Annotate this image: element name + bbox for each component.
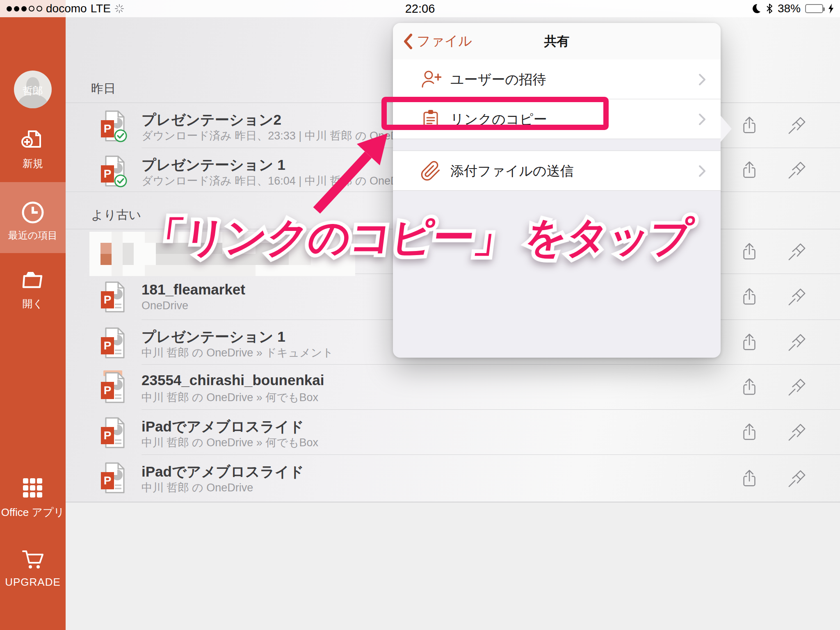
- folder-icon: [0, 267, 66, 293]
- file-subtitle: 中川 哲郎 の OneDrive » ドキュメント: [142, 345, 333, 360]
- share-icon[interactable]: [740, 161, 759, 180]
- chevron-right-icon: [698, 113, 706, 126]
- sidebar-item-label: Office アプリ: [0, 505, 66, 520]
- powerpoint-file-icon: P: [100, 326, 127, 360]
- do-not-disturb-moon-icon: [751, 3, 761, 14]
- list-bottom-area: [66, 502, 840, 630]
- popover-header: ファイル 共有: [393, 23, 721, 60]
- svg-text:P: P: [104, 122, 112, 135]
- menu-item-label: リンクのコピー: [450, 110, 547, 128]
- new-file-icon: [0, 126, 66, 153]
- paperclip-icon: [420, 160, 441, 182]
- person-add-icon: [420, 69, 441, 90]
- file-subtitle: OneDrive: [142, 299, 188, 312]
- file-row[interactable]: P iPadでアメブロスライド 中川 哲郎 の OneDrive » 何でもBo…: [66, 410, 840, 455]
- powerpoint-ipad-screen: 哲郎 新規 最近の項目: [0, 0, 840, 630]
- section-header-label: 昨日: [91, 80, 116, 97]
- sidebar-item-label: UPGRADE: [0, 576, 66, 589]
- menu-item-label: 添付ファイルの送信: [450, 162, 574, 180]
- powerpoint-file-icon: P: [100, 280, 127, 314]
- share-icon[interactable]: [740, 333, 759, 352]
- pin-icon[interactable]: [788, 242, 806, 261]
- file-subtitle: ダウンロード済み 昨日、23:33 | 中川 哲郎 の OneDrive: [142, 128, 416, 143]
- file-title: 23554_chirashi_bounenkai: [142, 372, 324, 388]
- sidebar-item-new[interactable]: 新規: [0, 126, 66, 170]
- pin-icon[interactable]: [788, 288, 806, 306]
- pin-icon[interactable]: [788, 333, 806, 352]
- pin-icon[interactable]: [788, 161, 806, 180]
- powerpoint-file-icon: P: [100, 461, 127, 495]
- file-subtitle: 中川 哲郎 の OneDrive » 何でもBox: [142, 435, 318, 450]
- bluetooth-icon: [766, 3, 773, 14]
- popover-title: 共有: [393, 23, 721, 59]
- share-icon[interactable]: [740, 469, 759, 488]
- status-bar: docomo LTE 22:06 38%: [0, 0, 840, 17]
- menu-item-invite-users[interactable]: ユーザーの招待: [393, 59, 721, 99]
- sidebar-item-label: 哲郎: [0, 84, 66, 98]
- sidebar-item-label: 開く: [0, 297, 66, 310]
- sidebar-item-open[interactable]: 開く: [0, 267, 66, 310]
- sidebar: 哲郎 新規 最近の項目: [0, 0, 66, 630]
- menu-item-copy-link[interactable]: リンクのコピー: [393, 99, 721, 139]
- file-title: iPadでアメブロスライド: [142, 417, 304, 436]
- share-icon[interactable]: [740, 288, 759, 306]
- file-row[interactable]: P 23554_chirashi_bounenkai 中川 哲郎 の OneDr…: [66, 365, 840, 410]
- svg-text:P: P: [104, 339, 112, 352]
- popover-callout-arrow: [720, 115, 732, 142]
- battery-percent-label: 38%: [778, 2, 801, 15]
- sidebar-item-recent[interactable]: 最近の項目: [0, 199, 66, 242]
- battery-icon: [805, 4, 823, 13]
- sidebar-item-account[interactable]: 哲郎: [0, 35, 66, 101]
- file-row[interactable]: P iPadでアメブロスライド 中川 哲郎 の OneDrive: [66, 455, 840, 502]
- charging-bolt-icon: [828, 4, 834, 14]
- file-title: 181_fleamarket: [142, 281, 245, 298]
- file-title: プレゼンテーション2: [142, 110, 281, 130]
- powerpoint-file-icon: P: [100, 415, 127, 450]
- svg-text:P: P: [104, 293, 112, 306]
- censored-mosaic: [89, 232, 355, 276]
- file-subtitle: 中川 哲郎 の OneDrive » 何でもBox: [142, 390, 318, 405]
- file-title: プレゼンテーション 1: [142, 155, 285, 175]
- pin-icon[interactable]: [788, 116, 806, 135]
- section-header-label: より古い: [91, 207, 141, 224]
- sidebar-item-label: 新規: [0, 157, 66, 170]
- powerpoint-file-icon: P: [100, 370, 127, 405]
- sidebar-item-label: 最近の項目: [0, 229, 66, 242]
- share-popover: ファイル 共有 ユーザーの招待: [393, 23, 721, 358]
- chevron-right-icon: [698, 73, 706, 86]
- menu-item-send-attachment[interactable]: 添付ファイルの送信: [393, 151, 721, 191]
- powerpoint-file-icon: P: [100, 109, 127, 143]
- svg-text:P: P: [104, 429, 112, 442]
- svg-text:P: P: [104, 474, 112, 487]
- file-title: iPadでアメブロスライド: [142, 462, 304, 482]
- powerpoint-file-icon: P: [100, 154, 127, 188]
- chevron-right-icon: [698, 165, 706, 177]
- pin-icon[interactable]: [788, 378, 806, 397]
- share-icon[interactable]: [740, 242, 759, 261]
- cart-icon: [0, 546, 66, 573]
- file-title: プレゼンテーション 1: [142, 327, 285, 347]
- share-icon[interactable]: [740, 378, 759, 397]
- file-subtitle: 中川 哲郎 の OneDrive: [142, 480, 253, 495]
- clock-icon: [0, 199, 66, 226]
- clipboard-icon: [420, 109, 441, 130]
- pin-icon[interactable]: [788, 469, 806, 488]
- pin-icon[interactable]: [788, 423, 806, 442]
- share-icon[interactable]: [740, 116, 759, 135]
- sidebar-item-office-apps[interactable]: Office アプリ: [0, 475, 66, 520]
- share-icon[interactable]: [740, 423, 759, 442]
- svg-text:P: P: [104, 384, 112, 397]
- sidebar-item-upgrade[interactable]: UPGRADE: [0, 546, 66, 589]
- grid-icon: [0, 475, 66, 501]
- menu-item-label: ユーザーの招待: [450, 70, 546, 89]
- svg-text:P: P: [104, 167, 112, 180]
- file-subtitle: ダウンロード済み 昨日、16:04 | 中川 哲郎 の OneDrive: [142, 173, 416, 188]
- clock-time: 22:06: [0, 2, 840, 16]
